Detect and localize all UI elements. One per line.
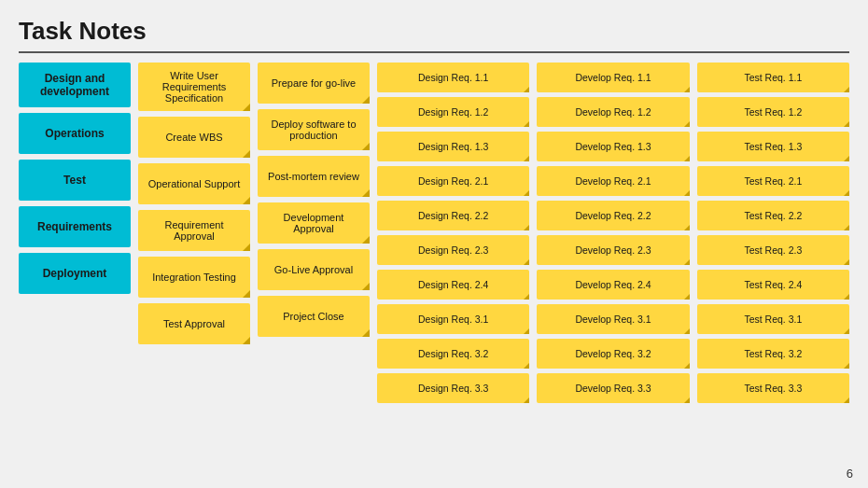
note-requirement-approval[interactable]: Requirement Approval [138, 210, 250, 251]
develop-req-2-4[interactable]: Develop Req. 2.4 [537, 270, 689, 300]
design-req-3-3[interactable]: Design Req. 3.3 [377, 373, 529, 403]
design-req-2-3[interactable]: Design Req. 2.3 [377, 235, 529, 265]
note-dev-approval[interactable]: Development Approval [258, 202, 370, 244]
note-test-approval[interactable]: Test Approval [138, 303, 250, 344]
sidebar: Design and development Operations Test R… [19, 63, 131, 403]
note-operational-support[interactable]: Operational Support [138, 163, 250, 204]
sidebar-item-operations[interactable]: Operations [19, 113, 131, 154]
develop-req-1-1[interactable]: Develop Req. 1.1 [537, 63, 689, 92]
note-prepare-golive[interactable]: Prepare for go-live [258, 63, 370, 104]
test-req-2-3[interactable]: Test Req. 2.3 [697, 235, 849, 265]
content-area: Design and development Operations Test R… [19, 63, 849, 403]
sidebar-item-test[interactable]: Test [19, 160, 131, 201]
sidebar-item-design[interactable]: Design and development [19, 63, 131, 107]
develop-req-column: Develop Req. 1.1 Develop Req. 1.2 Develo… [537, 63, 689, 403]
develop-req-2-3[interactable]: Develop Req. 2.3 [537, 235, 689, 265]
slide: Task Notes Design and development Operat… [0, 0, 868, 488]
test-req-2-1[interactable]: Test Req. 2.1 [697, 166, 849, 196]
design-req-2-2[interactable]: Design Req. 2.2 [377, 201, 529, 230]
test-req-1-2[interactable]: Test Req. 1.2 [697, 97, 849, 127]
test-req-2-2[interactable]: Test Req. 2.2 [697, 201, 849, 230]
develop-req-3-3[interactable]: Develop Req. 3.3 [537, 373, 689, 403]
note-write-urs[interactable]: Write User Requirements Specification [138, 63, 250, 111]
develop-req-2-2[interactable]: Develop Req. 2.2 [537, 201, 689, 230]
note-deploy-software[interactable]: Deploy software to production [258, 109, 370, 150]
sidebar-item-requirements[interactable]: Requirements [19, 206, 131, 247]
test-req-1-3[interactable]: Test Req. 1.3 [697, 132, 849, 161]
design-req-3-1[interactable]: Design Req. 3.1 [377, 304, 529, 334]
design-req-2-1[interactable]: Design Req. 2.1 [377, 166, 529, 196]
test-req-2-4[interactable]: Test Req. 2.4 [697, 270, 849, 300]
test-req-3-1[interactable]: Test Req. 3.1 [697, 304, 849, 334]
note-integration-testing[interactable]: Integration Testing [138, 257, 250, 298]
design-req-2-4[interactable]: Design Req. 2.4 [377, 270, 529, 300]
test-req-column: Test Req. 1.1 Test Req. 1.2 Test Req. 1.… [697, 63, 849, 403]
test-req-1-1[interactable]: Test Req. 1.1 [697, 63, 849, 92]
design-req-3-2[interactable]: Design Req. 3.2 [377, 339, 529, 369]
design-req-column: Design Req. 1.1 Design Req. 1.2 Design R… [377, 63, 529, 403]
test-req-3-3[interactable]: Test Req. 3.3 [697, 373, 849, 403]
task-column-1: Write User Requirements Specification Cr… [138, 63, 250, 403]
requirements-columns: Design Req. 1.1 Design Req. 1.2 Design R… [377, 63, 849, 403]
task-column-2: Prepare for go-live Deploy software to p… [258, 63, 370, 403]
develop-req-1-2[interactable]: Develop Req. 1.2 [537, 97, 689, 127]
design-req-1-3[interactable]: Design Req. 1.3 [377, 132, 529, 161]
design-req-1-1[interactable]: Design Req. 1.1 [377, 63, 529, 92]
design-req-1-2[interactable]: Design Req. 1.2 [377, 97, 529, 127]
note-golive-approval[interactable]: Go-Live Approval [258, 249, 370, 290]
note-create-wbs[interactable]: Create WBS [138, 117, 250, 158]
test-req-3-2[interactable]: Test Req. 3.2 [697, 339, 849, 369]
page-title: Task Notes [19, 17, 849, 53]
sidebar-item-deployment[interactable]: Deployment [19, 253, 131, 294]
note-project-close[interactable]: Project Close [258, 296, 370, 337]
page-number: 6 [847, 467, 853, 481]
develop-req-3-2[interactable]: Develop Req. 3.2 [537, 339, 689, 369]
develop-req-3-1[interactable]: Develop Req. 3.1 [537, 304, 689, 334]
develop-req-1-3[interactable]: Develop Req. 1.3 [537, 132, 689, 161]
develop-req-2-1[interactable]: Develop Req. 2.1 [537, 166, 689, 196]
note-postmortem[interactable]: Post-mortem review [258, 156, 370, 197]
